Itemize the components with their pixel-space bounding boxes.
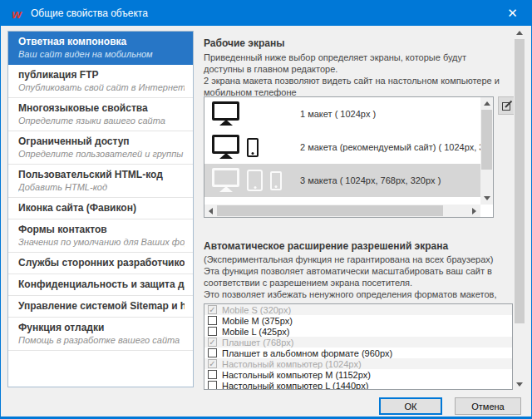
phone-icon — [270, 171, 282, 190]
checkbox-icon[interactable] — [208, 327, 217, 336]
checkbox-icon[interactable]: ✓ — [208, 305, 217, 314]
working-screens-heading: Рабочие экраны — [204, 37, 284, 49]
cancel-button[interactable]: Отмена — [455, 397, 521, 415]
sidebar-item[interactable]: Управление системой Sitemap и htacces — [8, 296, 193, 318]
sidebar-item-subtitle: Определите пользователей и группы для до… — [18, 149, 185, 159]
layout-option-row[interactable]: 1 макет ( 1024px ) — [204, 97, 480, 131]
resolution-row[interactable]: ✓ Настольный компьютер (1024px) — [204, 358, 512, 369]
sidebar-item-title: Пользовательский HTML-код — [18, 169, 185, 180]
sidebar-item-subtitle: Помощь в разработке вашего сайта — [18, 335, 185, 345]
sidebar: Ответная компоновка Ваш сайт виден на мо… — [7, 31, 194, 387]
resolutions-list: ✓ Mobile S (320px) Mobile M (375px) Mobi… — [204, 303, 513, 390]
title-bar: w Общие свойства объекта ✕ — [1, 1, 531, 26]
layout-option-row[interactable]: ⚙ Индивидуальное разрешение ( 1152px ) — [204, 197, 480, 205]
description-line: Эта функция позволяет автоматически масш… — [204, 265, 520, 288]
scroll-down-icon[interactable] — [480, 192, 493, 205]
description-line: Приведенный ниже выбор определяет экраны… — [204, 52, 501, 75]
checkbox-icon[interactable] — [208, 348, 217, 357]
monitor-icon — [212, 135, 239, 154]
scroll-down-icon[interactable] — [514, 378, 525, 391]
layout-option-row[interactable]: 2 макета (рекомендуемый сайт) ( 1024px, … — [204, 131, 480, 164]
resolution-row[interactable]: Настольный компьютер L (1440px) — [204, 380, 512, 390]
sidebar-item-subtitle: Значения по умолчанию для Ваших форм — [18, 237, 185, 247]
layout-list-horizontal-scrollbar[interactable] — [204, 205, 480, 217]
scroll-left-icon[interactable] — [204, 205, 217, 217]
sidebar-item-title: Функция отладки — [18, 322, 185, 333]
sidebar-item-title: Формы контактов — [18, 224, 185, 235]
sidebar-item-title: публикация FTP — [18, 69, 185, 81]
sidebar-item-title: Управление системой Sitemap и htacces — [18, 300, 185, 312]
sidebar-item-subtitle: Определите языки вашего сайта — [18, 116, 185, 126]
checkbox-icon[interactable] — [208, 370, 217, 379]
layout-label: 3 макета ( 1024px, 768px, 320px ) — [300, 175, 441, 185]
scroll-right-icon[interactable] — [468, 205, 480, 217]
checkbox-icon[interactable]: ✓ — [208, 338, 217, 347]
resolution-label: Планшет (768px) — [222, 338, 294, 348]
layout-icons — [204, 135, 300, 160]
scroll-up-icon[interactable] — [480, 97, 493, 110]
description-line: 2 экрана макета позволяют видеть сайт на… — [204, 75, 501, 98]
sidebar-item[interactable]: публикация FTP Опубликовать свой сайт в … — [8, 65, 193, 98]
working-screens-description: Приведенный ниже выбор определяет экраны… — [204, 52, 501, 98]
layout-listbox: 1 макет ( 1024px ) 2 макета (рекомендуем… — [204, 96, 494, 218]
resolution-label: Настольный компьютер M (1152px) — [222, 370, 371, 380]
sidebar-item-title: Ограниченный доступ — [18, 136, 185, 147]
scrollbar-thumb[interactable] — [481, 110, 492, 170]
resolution-label: Mobile L (425px) — [222, 327, 290, 337]
sidebar-item-subtitle: Ваш сайт виден на мобильном — [18, 49, 185, 59]
monitor-icon — [212, 101, 239, 121]
tablet-icon — [247, 170, 263, 191]
sidebar-item-title: Службы сторонних разработчиков (Goo — [18, 257, 185, 269]
checkbox-icon[interactable]: ✓ — [208, 359, 217, 368]
app-icon: w — [10, 7, 23, 20]
resolution-row[interactable]: ✓ Планшет (768px) — [204, 337, 512, 348]
sidebar-item-subtitle: Добавить HTML-код — [18, 182, 185, 192]
monitor-icon — [212, 168, 239, 187]
close-icon[interactable]: ✕ — [494, 1, 531, 26]
sidebar-item-title: Иконка сайта (Фавикон) — [18, 202, 185, 214]
layout-label: 1 макет ( 1024px ) — [300, 109, 376, 119]
resolution-row[interactable]: ✓ Mobile S (320px) — [204, 304, 512, 315]
sidebar-item[interactable]: Функция отладки Помощь в разработке ваше… — [8, 318, 193, 351]
sidebar-item[interactable]: Службы сторонних разработчиков (Goo — [8, 253, 193, 274]
edit-icon — [501, 100, 513, 111]
resolution-row[interactable]: Mobile M (375px) — [204, 315, 512, 326]
resolution-row[interactable]: Настольный компьютер M (1152px) — [204, 369, 512, 380]
sidebar-item[interactable]: Формы контактов Значения по умолчанию дл… — [8, 219, 193, 253]
sidebar-item-title: Ответная компоновка — [18, 36, 185, 47]
resolution-label: Mobile S (320px) — [222, 305, 291, 315]
layout-list-vertical-scrollbar[interactable] — [480, 97, 493, 205]
window-title: Общие свойства объекта — [31, 7, 148, 19]
sidebar-item[interactable]: Ограниченный доступ Определите пользоват… — [8, 131, 193, 165]
scrollbar-thumb[interactable] — [217, 205, 443, 216]
layout-icons — [204, 101, 300, 127]
sidebar-item-title: Многоязыковые свойства — [18, 102, 185, 114]
description-line: (Экспериментальная функция не гарантиров… — [204, 254, 520, 265]
sidebar-item[interactable]: Пользовательский HTML-код Добавить HTML-… — [8, 165, 193, 198]
phone-icon — [247, 138, 259, 157]
auto-scaling-heading: Автоматическое расширение разрешений экр… — [204, 240, 448, 252]
sidebar-item[interactable]: Многоязыковые свойства Определите языки … — [8, 98, 193, 131]
resolution-label: Настольный компьютер L (1440px) — [222, 381, 368, 391]
sidebar-item[interactable]: Конфиденциальность и защита данных — [8, 274, 193, 296]
resolution-label: Mobile M (375px) — [222, 316, 293, 326]
sidebar-item[interactable]: Иконка сайта (Фавикон) — [8, 198, 193, 219]
panel-vertical-scrollbar[interactable] — [514, 27, 525, 391]
layout-icons — [204, 168, 300, 194]
layout-list-viewport: 1 макет ( 1024px ) 2 макета (рекомендуем… — [204, 97, 480, 205]
layout-option-row[interactable]: 3 макета ( 1024px, 768px, 320px ) — [204, 164, 480, 197]
resolution-row[interactable]: Планшет в альбомном формате (960px) — [204, 348, 512, 358]
resolution-label: Планшет в альбомном формате (960px) — [222, 348, 392, 358]
sidebar-item-title: Конфиденциальность и защита данных — [18, 279, 185, 290]
scroll-up-icon[interactable] — [514, 27, 525, 39]
checkbox-icon[interactable] — [208, 381, 217, 390]
sidebar-item-subtitle: Опубликовать свой сайт в Интернете — [18, 82, 185, 92]
sidebar-item[interactable]: Ответная компоновка Ваш сайт виден на мо… — [8, 32, 193, 65]
dialog-window: w Общие свойства объекта ✕ Ответная комп… — [0, 0, 532, 419]
resolution-label: Настольный компьютер (1024px) — [222, 359, 362, 369]
layout-label: 2 макета (рекомендуемый сайт) ( 1024px, … — [300, 142, 480, 152]
checkbox-icon[interactable] — [208, 316, 217, 325]
ok-button[interactable]: ОК — [379, 397, 442, 415]
resolution-row[interactable]: Mobile L (425px) — [204, 326, 512, 337]
